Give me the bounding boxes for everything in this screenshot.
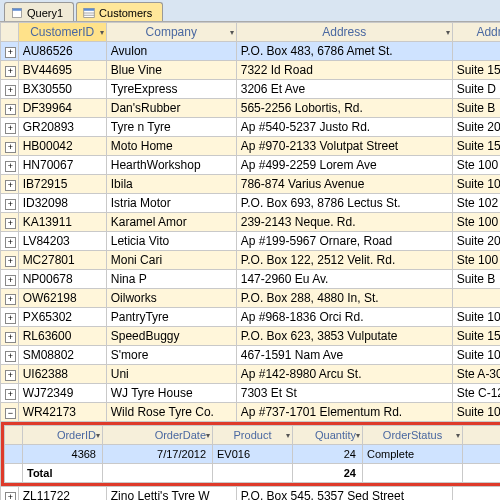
table-row[interactable]: +NP00678Nina P147-2960 Eu Av.Suite BBay: [1, 270, 501, 289]
cell-address[interactable]: P.O. Box 483, 6786 Amet St.: [236, 42, 452, 61]
expand-button[interactable]: +: [5, 218, 16, 229]
cell-address2[interactable]: Suite B: [452, 99, 500, 118]
cell-address[interactable]: P.O. Box 545, 5357 Sed Street: [236, 487, 452, 501]
expand-button[interactable]: +: [5, 351, 16, 362]
cell-customerid[interactable]: OW62198: [18, 289, 106, 308]
cell-customerid[interactable]: ZL11722: [18, 487, 106, 501]
cell-company[interactable]: S'more: [106, 346, 236, 365]
cell-address[interactable]: Ap #199-5967 Ornare, Road: [236, 232, 452, 251]
subcol-orderid[interactable]: OrderID▾: [23, 426, 103, 445]
cell-address2[interactable]: Ste 100: [452, 156, 500, 175]
cell-address2[interactable]: Suite 150E: [452, 327, 500, 346]
cell-address2[interactable]: Suite 100C: [452, 403, 500, 422]
cell-address[interactable]: P.O. Box 122, 2512 Velit. Rd.: [236, 251, 452, 270]
table-row[interactable]: +OW62198OilworksP.O. Box 288, 4880 In, S…: [1, 289, 501, 308]
table-row[interactable]: +PX65302PantryTyreAp #968-1836 Orci Rd.S…: [1, 308, 501, 327]
table-row[interactable]: +ZL11722Zino Letti's Tyre WP.O. Box 545,…: [1, 487, 501, 501]
table-row[interactable]: +MC27801Moni CariP.O. Box 122, 2512 Veli…: [1, 251, 501, 270]
expand-button[interactable]: +: [5, 256, 16, 267]
cell-address2[interactable]: Ste 100: [452, 251, 500, 270]
cell-address[interactable]: 565-2256 Lobortis, Rd.: [236, 99, 452, 118]
cell-address[interactable]: Ap #968-1836 Orci Rd.: [236, 308, 452, 327]
cell-customerid[interactable]: WJ72349: [18, 384, 106, 403]
expand-button[interactable]: +: [5, 275, 16, 286]
subcol-orderstatus[interactable]: OrderStatus▾: [363, 426, 463, 445]
cell-company[interactable]: Istria Motor: [106, 194, 236, 213]
cell-customerid[interactable]: DF39964: [18, 99, 106, 118]
cell-customerid[interactable]: PX65302: [18, 308, 106, 327]
tab-customers[interactable]: Customers: [76, 2, 163, 21]
sub-row[interactable]: 43687/17/2012EV01624Complete: [5, 445, 501, 464]
cell-address[interactable]: 3206 Et Ave: [236, 80, 452, 99]
cell-address2[interactable]: Suite 150E: [452, 137, 500, 156]
cell-orderdate[interactable]: 7/17/2012: [103, 445, 213, 464]
cell-company[interactable]: SpeedBuggy: [106, 327, 236, 346]
table-row[interactable]: +AU86526AvulonP.O. Box 483, 6786 Amet St…: [1, 42, 501, 61]
cell-company[interactable]: Oilworks: [106, 289, 236, 308]
table-row[interactable]: +SM08802S'more467-1591 Nam AveSuite 101C…: [1, 346, 501, 365]
expand-button[interactable]: +: [5, 332, 16, 343]
cell-address2[interactable]: [452, 42, 500, 61]
cell-company[interactable]: Leticia Vito: [106, 232, 236, 251]
cell-quantity[interactable]: 24: [293, 445, 363, 464]
table-row[interactable]: −WR42173Wild Rose Tyre Co.Ap #737-1701 E…: [1, 403, 501, 422]
col-customerid[interactable]: CustomerID▾: [18, 23, 106, 42]
expand-button[interactable]: +: [5, 104, 16, 115]
cell-address[interactable]: Ap #970-2133 Volutpat Street: [236, 137, 452, 156]
expand-button[interactable]: +: [5, 66, 16, 77]
cell-company[interactable]: Wild Rose Tyre Co.: [106, 403, 236, 422]
table-row[interactable]: +BV44695Blue Vine7322 Id RoadSuite 150Fo…: [1, 61, 501, 80]
table-row[interactable]: +IB72915Ibila786-874 Varius AvenueSuite …: [1, 175, 501, 194]
cell-address2[interactable]: Suite 150: [452, 61, 500, 80]
cell-customerid[interactable]: GR20893: [18, 118, 106, 137]
expand-button[interactable]: +: [5, 492, 16, 500]
col-address2[interactable]: Address2▾: [452, 23, 500, 42]
cell-address[interactable]: 7322 Id Road: [236, 61, 452, 80]
cell-company[interactable]: Karamel Amor: [106, 213, 236, 232]
cell-customerid[interactable]: HB00042: [18, 137, 106, 156]
cell-address2[interactable]: Suite 200: [452, 232, 500, 251]
cell-company[interactable]: WJ Tyre House: [106, 384, 236, 403]
table-row[interactable]: +UI62388UniAp #142-8980 Arcu St.Ste A-30…: [1, 365, 501, 384]
cell-address[interactable]: Ap #142-8980 Arcu St.: [236, 365, 452, 384]
expand-button[interactable]: +: [5, 123, 16, 134]
table-row[interactable]: +WJ72349WJ Tyre House7303 Et StSte C-120: [1, 384, 501, 403]
expand-button[interactable]: +: [5, 370, 16, 381]
table-row[interactable]: +BX30550TyreExpress3206 Et AveSuite DGre: [1, 80, 501, 99]
cell-company[interactable]: Uni: [106, 365, 236, 384]
customers-grid[interactable]: CustomerID▾ Company▾ Address▾ Address2▾ …: [0, 22, 500, 500]
cell-address2[interactable]: Ste 102: [452, 194, 500, 213]
expand-button[interactable]: −: [5, 408, 16, 419]
cell-product[interactable]: EV016: [213, 445, 293, 464]
cell-customerid[interactable]: BV44695: [18, 61, 106, 80]
cell-company[interactable]: Moni Cari: [106, 251, 236, 270]
cell-customerid[interactable]: AU86526: [18, 42, 106, 61]
table-row[interactable]: +GR20893Tyre n TyreAp #540-5237 Justo Rd…: [1, 118, 501, 137]
cell-company[interactable]: Nina P: [106, 270, 236, 289]
cell-customerid[interactable]: NP00678: [18, 270, 106, 289]
cell-company[interactable]: Tyre n Tyre: [106, 118, 236, 137]
cell-company[interactable]: Ibila: [106, 175, 236, 194]
orders-subgrid[interactable]: OrderID▾OrderDate▾Product▾Quantity▾Order…: [4, 425, 500, 483]
col-address[interactable]: Address▾: [236, 23, 452, 42]
cell-address2[interactable]: [452, 487, 500, 501]
cell-customerid[interactable]: KA13911: [18, 213, 106, 232]
cell-address2[interactable]: Ste 100: [452, 213, 500, 232]
cell-address2[interactable]: Suite B: [452, 270, 500, 289]
expand-button[interactable]: +: [5, 237, 16, 248]
expand-button[interactable]: +: [5, 142, 16, 153]
cell-address[interactable]: P.O. Box 693, 8786 Lectus St.: [236, 194, 452, 213]
cell-address[interactable]: 147-2960 Eu Av.: [236, 270, 452, 289]
cell-orderid[interactable]: 4368: [23, 445, 103, 464]
table-row[interactable]: +RL63600SpeedBuggyP.O. Box 623, 3853 Vul…: [1, 327, 501, 346]
subcol-product[interactable]: Product▾: [213, 426, 293, 445]
cell-customerid[interactable]: RL63600: [18, 327, 106, 346]
cell-address2[interactable]: [452, 289, 500, 308]
cell-address[interactable]: 239-2143 Neque. Rd.: [236, 213, 452, 232]
expand-button[interactable]: +: [5, 47, 16, 58]
cell-customerid[interactable]: SM08802: [18, 346, 106, 365]
cell-customerid[interactable]: MC27801: [18, 251, 106, 270]
subcol-orderdate[interactable]: OrderDate▾: [103, 426, 213, 445]
cell-address[interactable]: Ap #737-1701 Elementum Rd.: [236, 403, 452, 422]
cell-address[interactable]: Ap #499-2259 Lorem Ave: [236, 156, 452, 175]
